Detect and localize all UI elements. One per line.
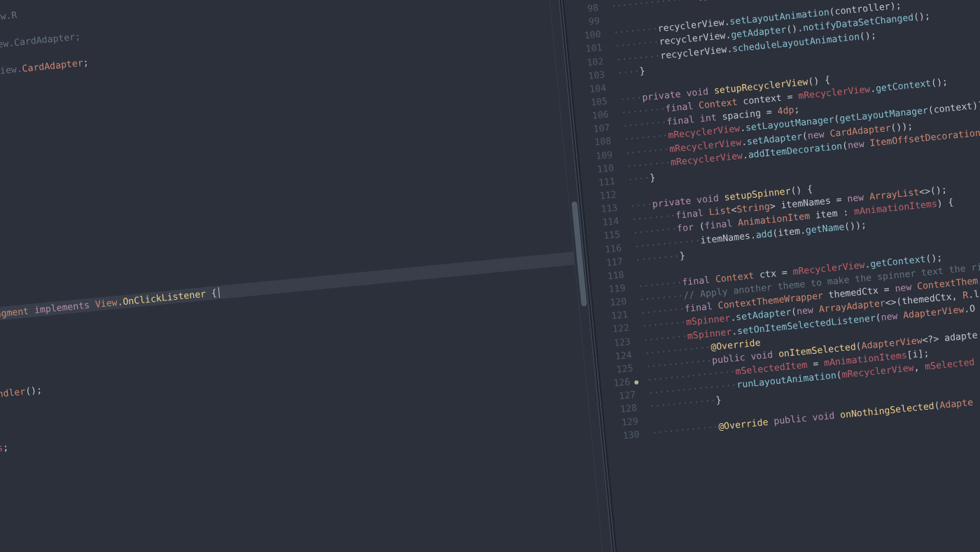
line-code [632, 268, 643, 279]
import-line: eranimationdemo.recyclerview. [0, 63, 22, 89]
line-code [614, 81, 624, 92]
import-class: CardAdapter [22, 57, 83, 74]
line-code: ····} [612, 65, 645, 78]
line-code [646, 414, 657, 425]
import-line: ranimationdemo.recyclerview.R [0, 10, 18, 36]
left-editor-pane[interactable]: ranimationdemo.recyclerview.R ranimation… [0, 0, 657, 552]
text-cursor [218, 287, 219, 298]
right-editor-pane[interactable]: 91········}92····}93 94····private void … [554, 0, 980, 552]
line-code: ····} [623, 172, 656, 185]
line-code [624, 187, 635, 198]
right-code-area[interactable]: 91········}92····}93 94····private void … [555, 0, 980, 445]
line-code [608, 14, 618, 25]
editor-stage: ranimationdemo.recyclerview.R ranimation… [0, 0, 980, 552]
